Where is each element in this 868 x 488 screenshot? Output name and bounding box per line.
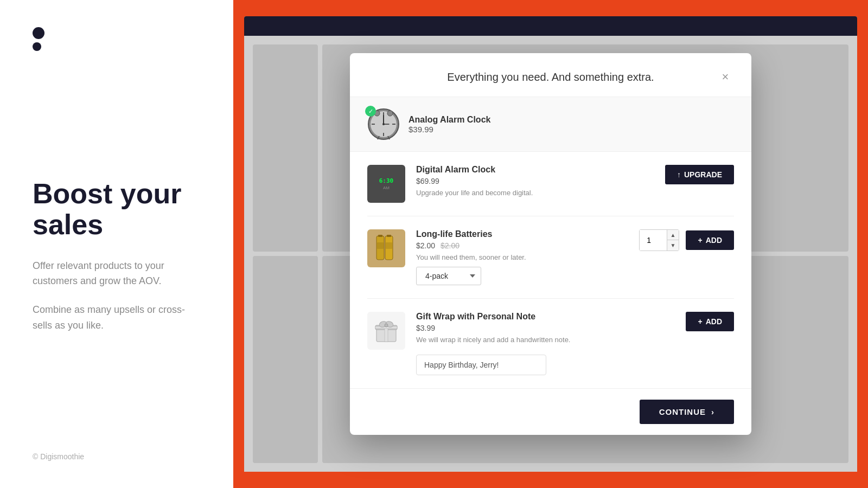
quantity-input[interactable] xyxy=(640,230,667,251)
upsell-item-gift-wrap: Gift Wrap with Personal Note $3.99 We wi… xyxy=(367,299,734,388)
digital-clock-image: 6:30 AM xyxy=(367,165,405,203)
digital-clock-name: Digital Alarm Clock xyxy=(416,165,654,175)
digital-clock-price: $69.99 xyxy=(416,177,654,185)
svg-rect-14 xyxy=(378,235,382,237)
gift-wrap-image xyxy=(367,312,405,350)
current-product-price: $39.99 xyxy=(409,125,490,134)
digital-clock-desc: Upgrade your life and become digital. xyxy=(416,189,654,197)
upsell-item-batteries: Long-life Batteries $2.00 $2.00 You will… xyxy=(367,216,734,299)
upgrade-arrow-icon: ↑ xyxy=(677,170,681,179)
current-product-info: Analog Alarm Clock $39.99 xyxy=(409,115,490,134)
close-button[interactable]: × xyxy=(717,68,734,86)
upsell-list: 6:30 AM Digital Alarm Clock $69.99 Upgra… xyxy=(350,152,751,388)
quantity-down-button[interactable]: ▼ xyxy=(667,240,679,251)
svg-rect-15 xyxy=(377,242,384,249)
left-content: Boost your sales Offer relevant products… xyxy=(33,51,201,452)
modal-header: Everything you need. And something extra… xyxy=(350,53,751,97)
svg-point-25 xyxy=(385,324,388,327)
browser-bar xyxy=(244,16,857,36)
batteries-desc: You will need them, sooner or later. xyxy=(416,253,628,261)
quantity-arrows: ▲ ▼ xyxy=(667,230,679,251)
continue-button[interactable]: CONTINUE › xyxy=(640,400,734,424)
gift-wrap-name: Gift Wrap with Personal Note xyxy=(416,312,675,322)
gift-wrap-note-input[interactable] xyxy=(416,355,546,375)
upgrade-button[interactable]: ↑ UPGRADE xyxy=(665,165,734,184)
batteries-image xyxy=(367,229,405,267)
continue-arrow-icon: › xyxy=(711,407,714,416)
modal-footer: CONTINUE › xyxy=(350,388,751,435)
add-label: ADD xyxy=(706,236,722,245)
quantity-stepper: ▲ ▼ xyxy=(639,229,680,251)
continue-label: CONTINUE xyxy=(659,407,706,416)
gift-icon-svg xyxy=(374,319,398,343)
check-badge: ✓ xyxy=(365,106,376,117)
gift-add-plus-icon: + xyxy=(698,317,702,326)
current-product-image-wrapper: ✓ xyxy=(367,108,400,140)
modal-title: Everything you need. And something extra… xyxy=(385,71,717,84)
batteries-variant-select[interactable]: 4-pack 8-pack 12-pack xyxy=(416,267,481,285)
batteries-add-button[interactable]: + ADD xyxy=(686,230,734,250)
batteries-info: Long-life Batteries $2.00 $2.00 You will… xyxy=(416,229,628,285)
logo xyxy=(33,27,201,51)
svg-rect-17 xyxy=(387,235,391,237)
batteries-name: Long-life Batteries xyxy=(416,229,628,239)
logo-dot-small xyxy=(33,42,41,51)
upgrade-label: UPGRADE xyxy=(684,170,722,179)
batteries-svg xyxy=(374,235,398,262)
subtext-aov: Offer relevant products to your customer… xyxy=(33,258,201,290)
gift-wrap-add-button[interactable]: + ADD xyxy=(686,312,734,331)
logo-dot-large xyxy=(33,27,44,39)
headline: Boost your sales xyxy=(33,178,201,240)
gift-add-label: ADD xyxy=(706,317,722,326)
current-product-row: ✓ xyxy=(350,97,751,152)
batteries-original-price: $2.00 xyxy=(441,241,459,250)
svg-rect-18 xyxy=(386,242,392,249)
footer-text: © Digismoothie xyxy=(33,452,201,461)
gift-wrap-note-row xyxy=(416,349,675,375)
subtext-combine: Combine as many upsells or cross-sells a… xyxy=(33,302,201,333)
gift-wrap-desc: We will wrap it nicely and add a handwri… xyxy=(416,336,675,344)
left-panel: Boost your sales Offer relevant products… xyxy=(0,0,233,488)
upsell-item-digital-clock: 6:30 AM Digital Alarm Clock $69.99 Upgra… xyxy=(367,152,734,216)
add-plus-icon: + xyxy=(698,236,702,245)
gift-wrap-price: $3.99 xyxy=(416,324,675,332)
gift-wrap-info: Gift Wrap with Personal Note $3.99 We wi… xyxy=(416,312,675,375)
current-product-name: Analog Alarm Clock xyxy=(409,115,490,125)
browser-block-1 xyxy=(253,44,318,252)
right-panel: Everything you need. And something extra… xyxy=(233,0,868,488)
modal-dialog: Everything you need. And something extra… xyxy=(350,53,751,435)
gift-wrap-actions: + ADD xyxy=(686,312,734,331)
browser-block-3 xyxy=(253,256,318,463)
quantity-up-button[interactable]: ▲ xyxy=(667,230,679,240)
digital-clock-info: Digital Alarm Clock $69.99 Upgrade your … xyxy=(416,165,654,202)
batteries-variant-row: 4-pack 8-pack 12-pack xyxy=(416,267,628,285)
batteries-price: $2.00 $2.00 xyxy=(416,241,628,250)
svg-point-10 xyxy=(387,111,393,116)
digital-clock-actions: ↑ UPGRADE xyxy=(665,165,734,184)
batteries-actions: ▲ ▼ + ADD xyxy=(639,229,734,251)
